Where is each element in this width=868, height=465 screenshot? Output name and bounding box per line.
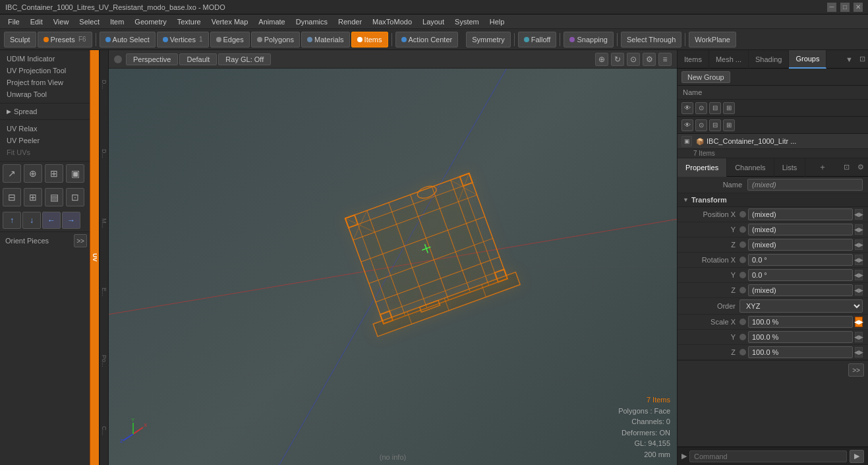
props-add-btn[interactable]: + <box>815 160 830 175</box>
tool-icon-2[interactable]: ⊕ <box>24 164 42 183</box>
menu-vertex-map[interactable]: Vertex Map <box>206 16 254 27</box>
vp-more-icon[interactable]: ≡ <box>658 53 672 66</box>
minimize-button[interactable]: ─ <box>827 3 836 12</box>
menu-edit[interactable]: Edit <box>25 16 48 27</box>
glist-icon-8[interactable]: ⊞ <box>723 119 735 131</box>
position-x-input[interactable] <box>748 208 853 220</box>
order-select[interactable]: XYZ XZY YXZ YZX ZXY ZYX <box>739 299 863 313</box>
props-expand-btn[interactable]: ⊡ <box>840 160 854 174</box>
panel-maximize-btn[interactable]: ⊡ <box>857 52 868 66</box>
ray-gl-btn[interactable]: Ray GL: Off <box>218 53 271 65</box>
menu-dynamics[interactable]: Dynamics <box>291 16 333 27</box>
position-z-arr[interactable]: ◀▶ <box>855 239 863 250</box>
position-x-dot[interactable] <box>739 211 746 218</box>
rotation-x-arr[interactable]: ◀▶ <box>855 255 863 265</box>
props-expand-more-btn[interactable]: >> <box>848 363 864 377</box>
rotation-y-input[interactable] <box>748 269 853 281</box>
auto-select-button[interactable]: Auto Select <box>100 32 156 47</box>
tool-icon-7[interactable]: ▤ <box>45 188 63 206</box>
polygons-button[interactable]: Polygons <box>251 32 300 47</box>
vertices-button[interactable]: Vertices 1 <box>157 32 209 47</box>
glist-icon-3[interactable]: ⊟ <box>709 102 721 114</box>
position-y-arr[interactable]: ◀▶ <box>855 224 863 235</box>
props-tab-lists[interactable]: Lists <box>774 158 806 177</box>
tool-icon-4[interactable]: ▣ <box>66 164 84 183</box>
scale-x-arr[interactable]: ◀▶ <box>855 317 863 327</box>
arrow-left-btn[interactable]: ← <box>42 212 61 229</box>
uv-relax-tool[interactable]: UV Relax <box>4 123 86 135</box>
position-y-dot[interactable] <box>739 226 746 233</box>
menu-geometry[interactable]: Geometry <box>129 16 171 27</box>
side-label-1[interactable]: D... <box>100 50 108 119</box>
item-vis-icon[interactable]: ▣ <box>681 136 692 146</box>
menu-item[interactable]: Item <box>105 16 129 27</box>
new-group-button[interactable]: New Group <box>681 71 730 83</box>
scale-x-input[interactable] <box>748 316 853 328</box>
glist-icon-4[interactable]: ⊞ <box>723 102 735 114</box>
rotation-x-dot[interactable] <box>739 257 746 263</box>
spread-item[interactable]: ▶ Spread <box>4 106 86 117</box>
rotation-z-input[interactable] <box>748 284 853 296</box>
position-x-arr[interactable]: ◀▶ <box>855 209 863 220</box>
viewport-canvas[interactable]: 7 Items Polygons : Face Channels: 0 Defo… <box>109 69 677 465</box>
perspective-btn[interactable]: Perspective <box>126 53 178 65</box>
close-button[interactable]: ✕ <box>854 3 863 12</box>
scale-z-dot[interactable] <box>739 349 746 356</box>
tab-items[interactable]: Items <box>678 50 709 69</box>
udim-indicator-tool[interactable]: UDIM Indicator <box>4 53 86 65</box>
vp-settings-icon[interactable]: ⚙ <box>643 53 656 66</box>
default-btn[interactable]: Default <box>179 53 217 65</box>
side-label-6[interactable]: C... <box>100 396 108 465</box>
select-through-button[interactable]: Select Through <box>621 32 681 47</box>
uv-projection-tool[interactable]: UV Projection Tool <box>4 65 86 77</box>
scale-z-input[interactable] <box>748 346 853 358</box>
symmetry-button[interactable]: Symmetry <box>466 32 511 47</box>
menu-texture[interactable]: Texture <box>172 16 206 27</box>
scale-x-dot[interactable] <box>739 319 746 325</box>
tool-icon-8[interactable]: ⊡ <box>66 188 84 206</box>
props-settings-btn[interactable]: ⚙ <box>854 160 868 174</box>
workplane-button[interactable]: WorkPlane <box>689 32 736 47</box>
position-z-input[interactable] <box>748 239 853 251</box>
props-tab-properties[interactable]: Properties <box>678 158 727 177</box>
rotation-z-dot[interactable] <box>739 287 746 294</box>
menu-help[interactable]: Help <box>484 16 510 27</box>
maximize-button[interactable]: □ <box>840 3 850 12</box>
menu-system[interactable]: System <box>449 16 484 27</box>
props-tab-channels[interactable]: Channels <box>727 158 774 177</box>
vp-refresh-icon[interactable]: ↻ <box>611 53 624 66</box>
materials-button[interactable]: Materials <box>301 32 350 47</box>
snapping-button[interactable]: Snapping <box>564 32 614 47</box>
fit-uvs-tool[interactable]: Fit UVs <box>4 146 86 158</box>
tool-icon-5[interactable]: ⊟ <box>3 188 21 206</box>
side-label-2[interactable]: D... <box>100 119 108 189</box>
cmd-run-btn[interactable]: ▶ <box>850 450 864 463</box>
vp-zoom-icon[interactable]: ⊙ <box>627 53 640 66</box>
expand-button[interactable]: >> <box>74 234 87 247</box>
item-name-label[interactable]: IBC_Container_1000_Litr ... <box>707 137 864 145</box>
menu-view[interactable]: View <box>48 16 74 27</box>
menu-render[interactable]: Render <box>333 16 367 27</box>
action-center-button[interactable]: Action Center <box>395 32 459 47</box>
glist-icon-1[interactable]: 👁 <box>681 102 693 114</box>
presets-button[interactable]: Presets F6 <box>38 32 92 47</box>
name-input[interactable] <box>747 179 863 191</box>
vp-orbit-icon[interactable]: ⊕ <box>595 53 608 66</box>
items-button[interactable]: Items <box>351 32 388 47</box>
arrow-down-btn[interactable]: ↓ <box>22 212 41 229</box>
position-z-dot[interactable] <box>739 241 746 248</box>
sculpt-button[interactable]: Sculpt <box>4 32 36 47</box>
scale-y-input[interactable] <box>748 331 853 343</box>
rotation-y-dot[interactable] <box>739 272 746 278</box>
tab-expand-btn[interactable]: ▼ <box>842 53 857 66</box>
uv-peeler-tool[interactable]: UV Peeler <box>4 135 86 146</box>
command-input[interactable] <box>689 450 847 462</box>
menu-maxtomodo[interactable]: MaxToModo <box>367 16 417 27</box>
glist-icon-6[interactable]: ⊙ <box>695 119 707 131</box>
rotation-z-arr[interactable]: ◀▶ <box>855 285 863 295</box>
scale-y-dot[interactable] <box>739 334 746 340</box>
arrow-up-btn[interactable]: ↑ <box>3 212 21 229</box>
menu-file[interactable]: File <box>3 16 25 27</box>
rotation-x-input[interactable] <box>748 254 853 266</box>
glist-icon-2[interactable]: ⊙ <box>695 102 707 114</box>
